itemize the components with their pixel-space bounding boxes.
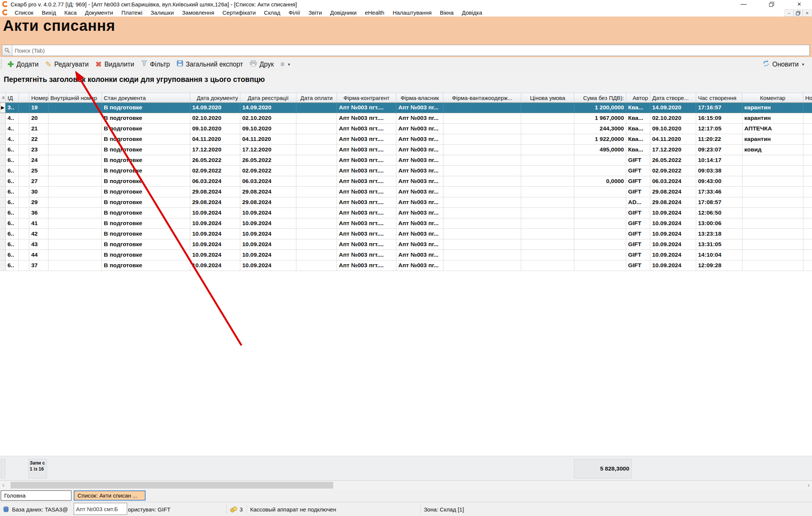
column-header-d_reestr[interactable]: Дата реєстрації xyxy=(240,93,296,103)
grid-cell-vnutr[interactable] xyxy=(49,134,102,145)
grid-cell-id[interactable]: 4.. xyxy=(6,134,19,145)
grid-cell-vnutr[interactable] xyxy=(49,197,102,208)
grid-cell-id[interactable]: 6.. xyxy=(6,250,19,260)
table-row[interactable]: 6..24В подготовке26.05.202226.05.2022Апт… xyxy=(0,155,812,166)
column-header-vnutr[interactable]: Внутрішній номер xyxy=(49,93,102,103)
grid-cell-suma[interactable] xyxy=(574,260,626,271)
grid-cell-nom[interactable] xyxy=(803,113,812,124)
search-bar[interactable] xyxy=(2,45,810,56)
grid-cell-vnutr[interactable] xyxy=(49,124,102,134)
grid-cell-kontr[interactable]: Апт №003 пгт.... xyxy=(337,250,396,260)
column-header-kontr[interactable]: Фірма-контрагент xyxy=(337,93,396,103)
grid-cell-d_reestr[interactable]: 14.09.2020 xyxy=(240,103,296,113)
menu-kasa[interactable]: Каса xyxy=(60,9,81,16)
grid-cell-vantazh[interactable] xyxy=(443,187,521,197)
grid-cell-d_reestr[interactable]: 10.09.2024 xyxy=(240,218,296,229)
grid-cell-tsinova[interactable] xyxy=(521,176,574,187)
search-input[interactable] xyxy=(12,45,809,56)
grid-cell-koment[interactable]: ковид xyxy=(742,145,803,155)
grid-cell-nom[interactable] xyxy=(803,124,812,134)
grid-cell-d_dok[interactable]: 09.10.2020 xyxy=(190,124,240,134)
grid-cell-avtor[interactable]: GIFT xyxy=(626,229,650,239)
grid-cell-koment[interactable] xyxy=(742,176,803,187)
grid-cell-sp[interactable] xyxy=(19,145,29,155)
grid-cell-koment[interactable] xyxy=(742,229,803,239)
grid-cell-sp[interactable] xyxy=(19,166,29,176)
column-header-koment[interactable]: Коментар xyxy=(742,93,803,103)
table-row[interactable]: 6..37В подготовке10.09.202410.09.2024Апт… xyxy=(0,260,812,271)
grid-cell-nomer[interactable]: 23 xyxy=(29,145,49,155)
grid-cell-d_opl[interactable] xyxy=(296,208,337,218)
menu-spysok[interactable]: Список xyxy=(11,9,38,16)
grid-cell-d_reestr[interactable]: 10.09.2024 xyxy=(240,260,296,271)
grid-cell-d_dok[interactable]: 06.03.2024 xyxy=(190,176,240,187)
column-header-d_opl[interactable]: Дата оплати xyxy=(296,93,337,103)
grid-cell-nomer[interactable]: 29 xyxy=(29,197,49,208)
column-header-id[interactable]: ІД xyxy=(6,93,19,103)
grid-cell-sp[interactable] xyxy=(19,103,29,113)
grid-cell-nomer[interactable]: 44 xyxy=(29,250,49,260)
column-header-stan[interactable]: Стан документа xyxy=(102,93,190,103)
grid-cell-vnutr[interactable] xyxy=(49,113,102,124)
grid-cell-suma[interactable] xyxy=(574,155,626,166)
grid-cell-nom[interactable] xyxy=(803,229,812,239)
grid-cell-stan[interactable]: В подготовке xyxy=(102,113,190,124)
grid-cell-stan[interactable]: В подготовке xyxy=(102,239,190,250)
column-header-avtor[interactable]: Автор xyxy=(626,93,650,103)
grid-cell-d_reestr[interactable]: 29.08.2024 xyxy=(240,197,296,208)
grid-cell-chas[interactable]: 09:43:00 xyxy=(696,176,742,187)
row-selector[interactable]: ▶ xyxy=(0,103,6,113)
grid-cell-stan[interactable]: В подготовке xyxy=(102,134,190,145)
grid-cell-vlasnyk[interactable]: Апт №003 пг... xyxy=(396,176,443,187)
grid-cell-kontr[interactable]: Апт №003 пгт.... xyxy=(337,155,396,166)
grid-cell-sp[interactable] xyxy=(19,229,29,239)
grid-cell-d_stvor[interactable]: 26.05.2022 xyxy=(650,155,696,166)
grid-cell-sp[interactable] xyxy=(19,176,29,187)
grid-cell-d_stvor[interactable]: 10.09.2024 xyxy=(650,239,696,250)
grid-cell-vnutr[interactable] xyxy=(49,218,102,229)
grid-cell-vlasnyk[interactable]: Апт №003 пг... xyxy=(396,155,443,166)
grid-cell-stan[interactable]: В подготовке xyxy=(102,218,190,229)
grid-cell-kontr[interactable]: Апт №003 пгт.... xyxy=(337,218,396,229)
grid-cell-id[interactable]: 6.. xyxy=(6,155,19,166)
grid-cell-koment[interactable] xyxy=(742,260,803,271)
grid-cell-chas[interactable]: 16:15:09 xyxy=(696,113,742,124)
menu-dokumenty[interactable]: Документи xyxy=(81,9,117,16)
grid-cell-sp[interactable] xyxy=(19,155,29,166)
grid-cell-suma[interactable] xyxy=(574,218,626,229)
row-selector[interactable] xyxy=(0,155,6,166)
grid-cell-d_reestr[interactable]: 26.05.2022 xyxy=(240,155,296,166)
grid-cell-nom[interactable] xyxy=(803,197,812,208)
grid-cell-tsinova[interactable] xyxy=(521,239,574,250)
grid-cell-vantazh[interactable] xyxy=(443,229,521,239)
grid-cell-tsinova[interactable] xyxy=(521,145,574,155)
grid-cell-chas[interactable]: 12:09:28 xyxy=(696,260,742,271)
menu-platezhi[interactable]: Платежі xyxy=(117,9,147,16)
grid-cell-id[interactable]: 6.. xyxy=(6,166,19,176)
grid-cell-d_reestr[interactable]: 06.03.2024 xyxy=(240,176,296,187)
grid-cell-d_dok[interactable]: 29.08.2024 xyxy=(190,187,240,197)
row-selector[interactable] xyxy=(0,260,6,271)
grid-cell-vantazh[interactable] xyxy=(443,239,521,250)
grid-cell-id[interactable]: 6.. xyxy=(6,208,19,218)
grid-cell-koment[interactable] xyxy=(742,218,803,229)
grid-cell-avtor[interactable]: GIFT xyxy=(626,239,650,250)
row-selector[interactable] xyxy=(0,166,6,176)
table-row[interactable]: 6..27В подготовке06.03.202406.03.2024Апт… xyxy=(0,176,812,187)
grid-cell-d_dok[interactable]: 10.09.2024 xyxy=(190,260,240,271)
grid-cell-vnutr[interactable] xyxy=(49,187,102,197)
grid-cell-koment[interactable]: АПТЕЧКА xyxy=(742,124,803,134)
table-row[interactable]: 6..30В подготовке29.08.202429.08.2024Апт… xyxy=(0,187,812,197)
grid-cell-id[interactable]: 6.. xyxy=(6,239,19,250)
grid-cell-id[interactable]: 3.. xyxy=(6,103,19,113)
grid-cell-sp[interactable] xyxy=(19,250,29,260)
grid-cell-koment[interactable] xyxy=(742,208,803,218)
grid-cell-avtor[interactable]: AD... xyxy=(626,197,650,208)
grid-cell-tsinova[interactable] xyxy=(521,229,574,239)
grid-cell-vlasnyk[interactable]: Апт №003 пг... xyxy=(396,134,443,145)
grid-cell-id[interactable]: 6.. xyxy=(6,187,19,197)
grid-cell-nomer[interactable]: 20 xyxy=(29,113,49,124)
grid-cell-d_stvor[interactable]: 09.10.2020 xyxy=(650,124,696,134)
grid-cell-d_stvor[interactable]: 10.09.2024 xyxy=(650,260,696,271)
location-box[interactable]: Апт №003 смт.Б xyxy=(74,503,127,515)
